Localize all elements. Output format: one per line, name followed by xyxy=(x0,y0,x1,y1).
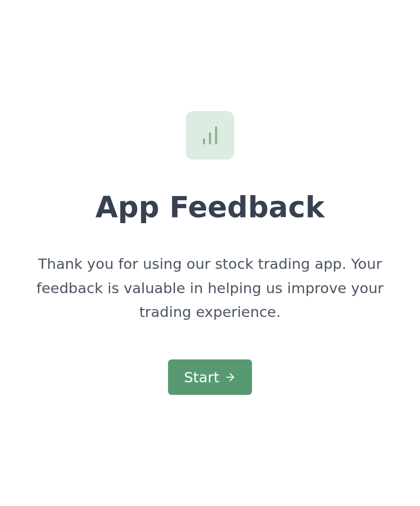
bar-chart-icon xyxy=(198,123,222,148)
start-button[interactable]: Start xyxy=(168,359,252,395)
feedback-intro-container: App Feedback Thank you for using our sto… xyxy=(19,111,401,395)
page-description: Thank you for using our stock trading ap… xyxy=(19,252,401,323)
page-title: App Feedback xyxy=(96,191,325,223)
chart-icon-box xyxy=(186,111,234,160)
arrow-right-icon xyxy=(224,371,236,383)
start-button-label: Start xyxy=(184,369,219,386)
